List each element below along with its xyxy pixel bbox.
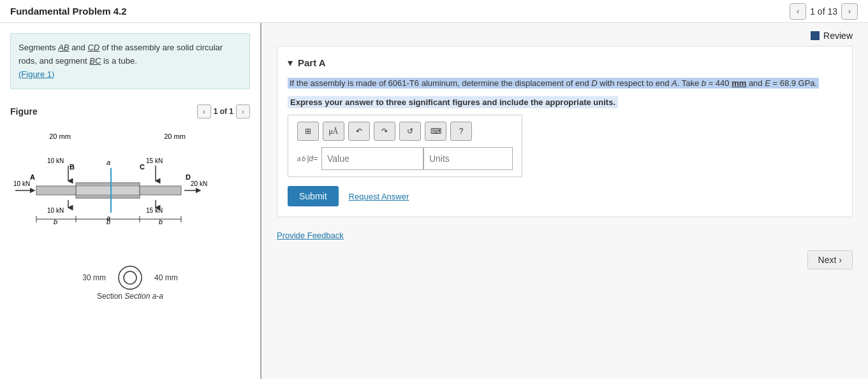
next-page-button[interactable]: ›: [841, 3, 858, 20]
mu-button[interactable]: μÅ: [323, 122, 344, 141]
feedback-link[interactable]: Provide Feedback: [277, 231, 344, 240]
figure-prev-button[interactable]: ‹: [197, 104, 211, 118]
undo-icon: ↶: [356, 127, 362, 136]
next-btn-row: Next ›: [277, 250, 853, 269]
svg-text:15 kN: 15 kN: [146, 207, 163, 214]
svg-text:B: B: [70, 163, 75, 171]
svg-text:10 kN: 10 kN: [47, 207, 64, 214]
help-icon: ?: [459, 127, 464, 136]
reset-button[interactable]: ↺: [399, 122, 421, 141]
next-label: Next: [818, 255, 837, 265]
figure-nav: ‹ 1 of 1 ›: [197, 104, 250, 118]
reset-icon: ↺: [407, 127, 413, 136]
feedback-row: Provide Feedback: [277, 230, 853, 240]
next-button[interactable]: Next ›: [807, 250, 853, 269]
svg-text:D: D: [186, 173, 191, 181]
grid-button[interactable]: ⊞: [297, 122, 319, 141]
figure-diagram: 20 mm 20 mm A B a C D 10 kN 10 kN 15 kN: [10, 124, 250, 307]
figure-section: Figure ‹ 1 of 1 › 20 mm 20 mm A B a: [0, 99, 260, 312]
main-layout: Segments AB and CD of the assembly are s…: [0, 23, 868, 379]
page-title: Fundamental Problem 4.2: [10, 6, 127, 17]
redo-button[interactable]: ↷: [374, 122, 395, 141]
section-label-italic: Section a-a: [124, 292, 163, 301]
review-label: Review: [823, 31, 853, 41]
instructions-highlight: Express your answer to three significant…: [288, 96, 618, 108]
figure-page-indicator: 1 of 1: [214, 107, 233, 116]
review-button[interactable]: Review: [811, 31, 853, 41]
action-row: Submit Request Answer: [288, 186, 842, 206]
undo-button[interactable]: ↶: [348, 122, 370, 141]
svg-rect-30: [76, 183, 140, 186]
diagram-svg: 20 mm 20 mm A B a C D 10 kN 10 kN 15 kN: [12, 130, 248, 257]
segment-CD: CD: [87, 43, 99, 52]
segment-AB: AB: [58, 43, 69, 52]
svg-point-37: [124, 271, 136, 284]
dim-30mm-label: 30 mm: [82, 273, 106, 282]
page-indicator: 1 of 13: [810, 6, 837, 17]
section-label: Section: [97, 292, 124, 301]
svg-point-36: [119, 266, 142, 289]
question-text: If the assembly is made of 6061-T6 alumi…: [288, 76, 842, 90]
problem-description: Segments AB and CD of the assembly are s…: [10, 33, 250, 89]
next-arrow: ›: [839, 255, 842, 265]
figure-header: Figure ‹ 1 of 1 ›: [10, 104, 250, 118]
widget-toolbar: ⊞ μÅ ↶ ↷ ↺ ⌨: [297, 122, 513, 141]
input-prefix: ab|d=: [297, 154, 318, 163]
submit-button[interactable]: Submit: [288, 186, 339, 206]
redo-icon: ↷: [381, 127, 388, 136]
desc-text-2: and: [71, 43, 87, 52]
left-panel: Segments AB and CD of the assembly are s…: [0, 23, 261, 379]
input-row: ab|d=: [297, 147, 513, 170]
answer-widget: ⊞ μÅ ↶ ↷ ↺ ⌨: [288, 115, 522, 177]
svg-text:a: a: [107, 159, 110, 166]
mu-icon: μÅ: [328, 127, 338, 136]
segment-BC: BC: [89, 56, 101, 66]
svg-text:a: a: [107, 214, 110, 222]
svg-text:20 mm: 20 mm: [164, 132, 186, 140]
question-instructions: Express your answer to three significant…: [288, 96, 842, 110]
svg-text:A: A: [30, 173, 35, 181]
page-navigation: ‹ 1 of 13 ›: [790, 3, 858, 20]
figure-link[interactable]: (Figure 1): [18, 69, 54, 79]
review-btn-row: Review: [277, 31, 853, 41]
question-highlight: If the assembly is made of 6061-T6 alumi…: [288, 78, 819, 89]
desc-text-4: is a tube.: [103, 56, 137, 66]
part-title: Part A: [298, 57, 326, 68]
svg-rect-33: [140, 186, 181, 195]
svg-text:C: C: [140, 163, 145, 171]
svg-text:10 kN: 10 kN: [13, 180, 30, 187]
svg-text:20 mm: 20 mm: [49, 132, 71, 140]
top-bar: Fundamental Problem 4.2 ‹ 1 of 13 ›: [0, 0, 868, 23]
right-panel: Review ▾ Part A If the assembly is made …: [261, 23, 868, 379]
grid-icon: ⊞: [305, 127, 311, 136]
svg-text:20 kN: 20 kN: [191, 180, 207, 187]
keyboard-icon: ⌨: [430, 127, 441, 136]
part-toggle[interactable]: ▾: [288, 57, 293, 69]
figure-next-button[interactable]: ›: [236, 104, 250, 118]
request-answer-link[interactable]: Request Answer: [349, 192, 409, 201]
desc-text-1: Segments: [18, 43, 58, 52]
dim-40mm-label: 40 mm: [154, 273, 178, 282]
svg-rect-32: [36, 186, 76, 195]
svg-text:15 kN: 15 kN: [146, 157, 163, 164]
svg-rect-31: [76, 195, 140, 198]
prev-page-button[interactable]: ‹: [790, 3, 806, 20]
review-icon: [811, 31, 820, 40]
keyboard-button[interactable]: ⌨: [425, 122, 446, 141]
part-section: ▾ Part A If the assembly is made of 6061…: [277, 46, 853, 217]
figure-label: Figure: [10, 106, 38, 117]
help-button[interactable]: ?: [450, 122, 472, 141]
value-input[interactable]: [321, 147, 423, 170]
units-input[interactable]: [423, 147, 513, 170]
cross-section-svg: [111, 265, 149, 290]
svg-text:10 kN: 10 kN: [47, 157, 64, 164]
part-header: ▾ Part A: [288, 57, 842, 69]
